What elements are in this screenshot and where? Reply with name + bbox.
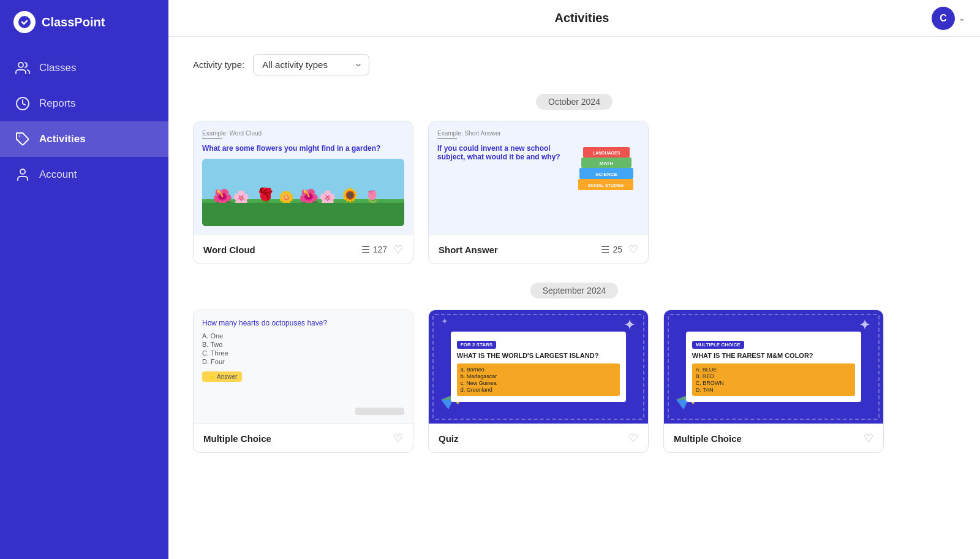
sidebar-item-activities[interactable]: Activities: [0, 121, 168, 157]
trivia-question-mm: WHAT IS THE RAREST M&M COLOR?: [692, 351, 855, 360]
trivia-opt-a: a. Borneo: [461, 367, 616, 373]
trivia-options-mm: A. BLUE B. RED C. BROWN D. TAN: [692, 363, 855, 396]
mc-option-a: A. One: [202, 332, 404, 340]
trivia-badge-island: FOR 2 STARS: [457, 341, 496, 349]
filter-row: Activity type: All activity types Word C…: [193, 54, 956, 75]
content-area: Activity type: All activity types Word C…: [168, 37, 980, 559]
mc-preview-inner: How many hearts do octopuses have? A. On…: [194, 310, 413, 424]
card-meta-sa: ☰ 25 ♡: [601, 243, 638, 256]
month-label-october: October 2024: [193, 94, 956, 110]
favorite-button-wc[interactable]: ♡: [393, 243, 403, 256]
wc-type-label: Example: Word Cloud: [202, 130, 404, 137]
star-deco-1: ✦: [624, 316, 636, 333]
sidebar-nav: Classes Reports Activities: [0, 50, 168, 192]
star-deco-3: ✦: [441, 316, 448, 326]
card-footer-mc: Multiple Choice ♡: [194, 424, 413, 452]
card-preview-island: ✦ ✦ ✦ FOR 2 STARS WHAT IS THE WORLD'S LA…: [429, 310, 648, 424]
svg-text:LANGUAGES: LANGUAGES: [593, 151, 620, 155]
wc-question: What are some flowers you might find in …: [202, 144, 404, 153]
sa-type-label: Example: Short Answer: [437, 130, 566, 137]
card-preview-word-cloud: Example: Word Cloud What are some flower…: [194, 121, 413, 235]
sidebar-item-label-classes: Classes: [39, 62, 76, 74]
star-deco-mm-1: ✦: [859, 316, 871, 333]
app-logo[interactable]: ClassPoint: [0, 0, 168, 44]
puzzle-icon: [15, 131, 31, 147]
mc-question: How many hearts do octopuses have?: [202, 319, 404, 327]
svg-text:SOCIAL STUDIES: SOCIAL STUDIES: [588, 183, 624, 188]
card-trivia-mm[interactable]: ✦ ✦ MULTIPLE CHOICE WHAT IS THE RAREST M…: [663, 310, 884, 453]
activity-type-select[interactable]: All activity types Word Cloud Short Answ…: [253, 54, 369, 75]
trivia-opt-mm-a: A. BLUE: [696, 367, 851, 373]
main-area: Activities C ⌄ Activity type: All activi…: [168, 0, 980, 559]
list-icon-sa: ☰: [601, 244, 609, 256]
trivia-dark-preview-island: ✦ ✦ ✦ FOR 2 STARS WHAT IS THE WORLD'S LA…: [429, 310, 648, 424]
card-preview-sa: Example: Short Answer If you could inven…: [429, 121, 648, 235]
favorite-button-mm[interactable]: ♡: [864, 432, 873, 445]
trivia-inner-island: FOR 2 STARS WHAT IS THE WORLD'S LARGEST …: [451, 332, 626, 402]
avatar[interactable]: C: [932, 7, 955, 30]
card-footer-sa: Short Answer ☰ 25 ♡: [429, 235, 648, 264]
trivia-options-island: a. Borneo b. Madagascar c. New Guinea d.…: [457, 363, 620, 396]
card-short-answer[interactable]: Example: Short Answer If you could inven…: [428, 121, 649, 264]
answer-label: Answer: [217, 373, 237, 380]
card-footer-word-cloud: Word Cloud ☰ 127 ♡: [194, 235, 413, 264]
cards-row-september: How many hearts do octopuses have? A. On…: [193, 310, 956, 453]
card-type-name-wc: Word Cloud: [203, 245, 255, 255]
mc-option-c: C. Three: [202, 349, 404, 357]
person-icon: [15, 167, 31, 183]
favorite-button-island[interactable]: ♡: [628, 432, 638, 445]
sa-text: Example: Short Answer If you could inven…: [437, 130, 566, 226]
card-type-name-island: Quiz: [439, 433, 459, 444]
sidebar-item-label-activities: Activities: [39, 133, 86, 145]
sidebar-item-label-reports: Reports: [39, 97, 76, 110]
trivia-opt-mm-c: C. BROWN: [696, 380, 851, 386]
card-type-name-sa: Short Answer: [439, 245, 498, 255]
sidebar: ClassPoint Classes Report: [0, 0, 168, 559]
chart-icon: [15, 96, 31, 112]
trivia-question-island: WHAT IS THE WORLD'S LARGEST ISLAND?: [457, 351, 620, 360]
card-footer-mm: Multiple Choice ♡: [664, 424, 883, 452]
card-count-wc: ☰ 127: [361, 244, 387, 256]
sidebar-item-label-account: Account: [39, 169, 77, 181]
sa-image: SOCIAL STUDIES SCIENCE MATH LANGUAGES: [572, 130, 639, 197]
card-multiple-choice[interactable]: How many hearts do octopuses have? A. On…: [193, 310, 413, 453]
month-label-september: September 2024: [193, 283, 956, 299]
sidebar-item-account[interactable]: Account: [0, 157, 168, 192]
card-meta-mc: ♡: [393, 432, 403, 445]
chevron-down-icon: ⌄: [959, 13, 965, 23]
sa-preview: Example: Short Answer If you could inven…: [429, 121, 648, 235]
card-footer-island: Quiz ♡: [429, 424, 648, 452]
star-icon: ⭐: [207, 373, 214, 380]
card-word-cloud[interactable]: Example: Word Cloud What are some flower…: [193, 121, 413, 264]
trivia-dark-preview-mm: ✦ ✦ MULTIPLE CHOICE WHAT IS THE RAREST M…: [664, 310, 883, 424]
sa-question: If you could invent a new school subject…: [437, 144, 566, 161]
svg-point-4: [20, 169, 25, 174]
card-count-sa: ☰ 25: [601, 244, 622, 256]
user-menu[interactable]: C ⌄: [932, 7, 965, 30]
filter-label: Activity type:: [193, 59, 244, 70]
favorite-button-mc[interactable]: ♡: [393, 432, 403, 445]
sidebar-item-classes[interactable]: Classes: [0, 50, 168, 86]
logo-icon: [13, 11, 36, 33]
trivia-badge-mm: MULTIPLE CHOICE: [692, 341, 744, 349]
count-value-sa: 25: [612, 245, 622, 254]
trivia-inner-mm: MULTIPLE CHOICE WHAT IS THE RAREST M&M C…: [686, 332, 861, 402]
list-icon-wc: ☰: [361, 244, 370, 256]
favorite-button-sa[interactable]: ♡: [628, 243, 638, 256]
svg-text:SCIENCE: SCIENCE: [595, 172, 617, 177]
card-meta-wc: ☰ 127 ♡: [361, 243, 403, 256]
sidebar-item-reports[interactable]: Reports: [0, 86, 168, 121]
trivia-opt-b: b. Madagascar: [461, 373, 616, 379]
svg-point-0: [18, 16, 31, 28]
trivia-opt-c: c. New Guinea: [461, 380, 616, 386]
wc-preview: Example: Word Cloud What are some flower…: [194, 121, 413, 235]
mc-option-b: B. Two: [202, 341, 404, 348]
app-name: ClassPoint: [42, 15, 105, 29]
card-type-name-mc: Multiple Choice: [203, 433, 271, 444]
trivia-opt-mm-b: B. RED: [696, 373, 851, 379]
cards-row-october: Example: Word Cloud What are some flower…: [193, 121, 956, 264]
svg-point-1: [18, 63, 23, 67]
card-preview-mc: How many hearts do octopuses have? A. On…: [194, 310, 413, 424]
card-trivia-island[interactable]: ✦ ✦ ✦ FOR 2 STARS WHAT IS THE WORLD'S LA…: [428, 310, 649, 453]
card-type-name-mm: Multiple Choice: [674, 433, 742, 444]
